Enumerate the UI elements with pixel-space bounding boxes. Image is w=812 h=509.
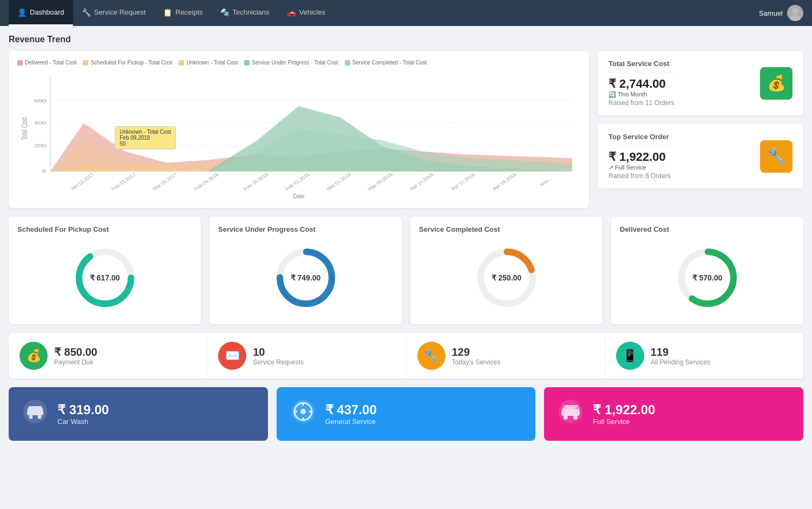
donut-wrapper-delivered: ₹ 570.00	[675, 245, 740, 310]
svg-text:Apr 18,2018: Apr 18,2018	[491, 173, 518, 191]
nav-items: 👤 Dashboard 🔧 Service Request 📋 Receipts…	[9, 0, 759, 26]
total-service-cost-sub: Raised from 11 Orders	[608, 99, 674, 107]
nav-label-technicians: Technicians	[233, 8, 270, 16]
svg-text:200: 200	[34, 143, 47, 148]
bottom-card-carwash-amount: ₹ 319.00	[57, 402, 109, 417]
bottom-card-fullservice: ₹ 1,922.00 Full Service	[544, 387, 803, 441]
legend-dot-completed	[345, 60, 350, 66]
bottom-card-carwash: ₹ 319.00 Car Wash	[9, 387, 268, 441]
bottom-card-fullservice-label: Full Service	[593, 417, 655, 426]
stat-payment-due: 💰 ₹ 850.00 Payment Due	[9, 333, 207, 379]
donut-amount-scheduled: ₹ 617.00	[90, 273, 120, 282]
donut-amount-delivered: ₹ 570.00	[692, 273, 723, 282]
total-service-cost-icon: 💰	[760, 67, 793, 100]
svg-text:Mar 05,2017: Mar 05,2017	[151, 172, 179, 191]
stat-info-requests: 10 Service Requests	[253, 346, 304, 366]
nav-item-receipts[interactable]: 📋 Receipts	[154, 0, 212, 26]
top-service-order-content: Top Service Order ₹ 1,922.00 ↗ Full Serv…	[608, 133, 671, 180]
legend-dot-delivered	[17, 60, 23, 66]
chart-x-label: Date	[17, 193, 580, 199]
donut-container-completed: ₹ 250.00	[419, 240, 594, 316]
donut-row: Scheduled For Pickup Cost ₹ 617.00 Servi…	[9, 217, 803, 324]
donut-amount-progress: ₹ 749.00	[291, 273, 321, 282]
nav-label-service-request: Service Request	[94, 8, 146, 16]
nav-username: Samuel	[759, 9, 783, 17]
nav-item-technicians[interactable]: 🔩 Technicians	[212, 0, 278, 26]
stat-info-payment: ₹ 850.00 Payment Due	[54, 345, 97, 366]
svg-text:Feb 22,2017: Feb 22,2017	[110, 172, 137, 191]
svg-text:Apr 10,2018: Apr 10,2018	[408, 173, 435, 191]
svg-rect-38	[27, 410, 43, 415]
top-service-order-amount: ₹ 1,922.00	[608, 150, 671, 164]
donut-wrapper-completed: ₹ 250.00	[474, 245, 539, 310]
legend-dot-unknown	[179, 60, 184, 66]
donut-wrapper-progress: ₹ 749.00	[273, 245, 338, 310]
stat-amount-pending: 119	[651, 346, 710, 358]
svg-point-1	[790, 15, 801, 21]
donut-container-delivered: ₹ 570.00	[620, 240, 795, 316]
chart-legend: Delivered - Total Cost Scheduled For Pic…	[17, 60, 580, 66]
svg-rect-52	[575, 407, 578, 409]
stat-amount-today: 129	[452, 346, 501, 358]
nav-item-dashboard[interactable]: 👤 Dashboard	[9, 0, 73, 26]
dashboard-icon: 👤	[17, 8, 27, 17]
legend-label-unknown: Unknown - Total Cost	[186, 60, 238, 66]
nav-label-vehicles: Vehicles	[299, 8, 325, 16]
legend-unknown: Unknown - Total Cost	[179, 60, 238, 66]
nav-user: Samuel	[759, 5, 803, 21]
stats-row: 💰 ₹ 850.00 Payment Due ✉️ 10 Service Req…	[9, 333, 803, 379]
svg-point-39	[29, 415, 33, 419]
svg-rect-49	[561, 409, 580, 416]
svg-text:Total Cost: Total Cost	[21, 117, 29, 140]
legend-scheduled: Scheduled For Pickup - Total Cost	[83, 60, 172, 66]
donut-title-delivered: Delivered Cost	[620, 225, 795, 233]
nav-item-vehicles[interactable]: 🚗 Vehicles	[278, 0, 334, 26]
total-service-cost-card: Total Service Cost ₹ 2,744.00 🔄 This Mon…	[598, 51, 803, 115]
svg-text:Feb 09,2018: Feb 09,2018	[193, 172, 220, 191]
svg-text:Apr 11,2018: Apr 11,2018	[450, 173, 476, 191]
revenue-chart-svg: 0 200 400 600 Jan 12,2017 F	[17, 72, 580, 191]
legend-progress: Service Under Progress - Total Cost	[244, 60, 338, 66]
stat-amount-requests: 10	[253, 346, 304, 358]
stat-amount-payment: ₹ 850.00	[54, 345, 97, 358]
svg-point-43	[300, 409, 306, 414]
top-row: Delivered - Total Cost Scheduled For Pic…	[9, 51, 803, 208]
donut-wrapper-scheduled: ₹ 617.00	[73, 245, 137, 310]
nav-label-dashboard: Dashboard	[30, 8, 64, 16]
page-title: Revenue Trend	[9, 35, 803, 44]
car-wash-icon	[22, 398, 49, 430]
svg-text:Mar 01,2018: Mar 01,2018	[325, 172, 353, 191]
top-service-order-card: Top Service Order ₹ 1,922.00 ↗ Full Serv…	[598, 124, 803, 188]
donut-title-progress: Service Under Progress Cost	[218, 225, 393, 233]
nav-item-service-request[interactable]: 🔧 Service Request	[73, 0, 154, 26]
legend-delivered: Delivered - Total Cost	[17, 60, 76, 66]
receipts-icon: 📋	[163, 8, 172, 17]
bottom-card-carwash-info: ₹ 319.00 Car Wash	[57, 402, 109, 426]
stat-service-requests: ✉️ 10 Service Requests	[207, 333, 406, 379]
svg-point-51	[573, 415, 578, 420]
svg-text:Jan 12,2017: Jan 12,2017	[69, 173, 96, 191]
stat-label-today: Today's Services	[452, 358, 501, 366]
stat-info-pending: 119 All Pending Services	[651, 346, 710, 366]
main-content: Revenue Trend Delivered - Total Cost Sch…	[0, 26, 812, 449]
donut-amount-completed: ₹ 250.00	[492, 273, 522, 282]
nav-avatar	[787, 5, 803, 21]
general-service-icon	[290, 398, 317, 430]
svg-text:600: 600	[34, 97, 47, 103]
bottom-card-fullservice-info: ₹ 1,922.00 Full Service	[593, 402, 655, 426]
svg-text:Mar 29,2018: Mar 29,2018	[366, 172, 394, 191]
bottom-card-general-label: General Service	[325, 417, 377, 426]
donut-container-scheduled: ₹ 617.00	[17, 240, 192, 316]
svg-text:400: 400	[34, 120, 47, 126]
donut-title-scheduled: Scheduled For Pickup Cost	[17, 225, 192, 233]
technicians-icon: 🔩	[220, 8, 230, 17]
svg-point-50	[564, 415, 568, 420]
total-service-cost-label: Total Service Cost	[608, 60, 674, 68]
legend-dot-scheduled	[83, 60, 88, 66]
svg-text:0: 0	[42, 168, 47, 174]
legend-label-scheduled: Scheduled For Pickup - Total Cost	[90, 60, 172, 66]
full-service-icon	[557, 398, 584, 430]
right-panels: Total Service Cost ₹ 2,744.00 🔄 This Mon…	[598, 51, 803, 208]
top-service-order-service: ↗ Full Service	[608, 164, 671, 171]
stat-icon-pending: 📱	[616, 342, 644, 370]
